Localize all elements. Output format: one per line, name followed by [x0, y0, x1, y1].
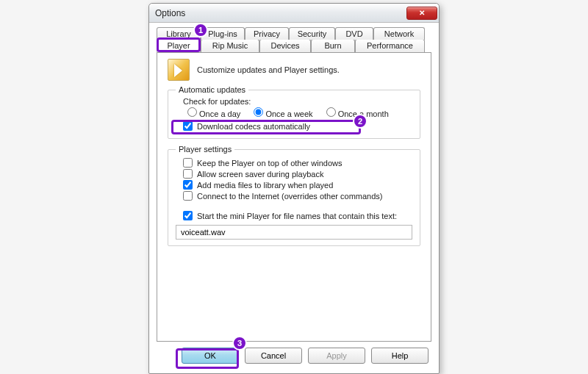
tab-page-player: Customize updates and Player settings. A… — [157, 52, 431, 342]
ok-button[interactable]: OK — [182, 348, 239, 364]
group-legend-updates: Automatic updates — [176, 85, 248, 94]
checkbox-label: Start the mini Player for file names tha… — [197, 212, 397, 220]
checkbox-add-to-library[interactable]: Add media files to library when played — [183, 180, 412, 190]
group-player-settings: Player settings Keep the Player on top o… — [168, 145, 420, 246]
checkbox-download-codecs[interactable]: Download codecs automatically — [183, 121, 412, 131]
help-button[interactable]: Help — [371, 348, 429, 364]
checkbox-mini-player-input[interactable] — [183, 211, 193, 220]
checkbox-label: Download codecs automatically — [197, 122, 310, 131]
checkbox-mini-player[interactable]: Start the mini Player for file names tha… — [183, 211, 412, 220]
radio-label: Once a day — [199, 109, 240, 118]
window-title: Options — [155, 8, 406, 18]
options-dialog: Options ✕ Library Plug-ins Privacy Secur… — [148, 3, 440, 374]
radio-once-a-week-input[interactable] — [254, 107, 263, 117]
checkbox-download-codecs-input[interactable] — [183, 121, 193, 131]
close-button[interactable]: ✕ — [406, 7, 437, 20]
tabs: Library Plug-ins Privacy Security DVD Ne… — [157, 27, 431, 342]
checkbox-connect-internet-input[interactable] — [183, 191, 193, 201]
checkbox-keep-on-top[interactable]: Keep the Player on top of other windows — [183, 158, 412, 168]
tab-plugins[interactable]: Plug-ins — [201, 27, 245, 40]
group-legend-player: Player settings — [176, 145, 234, 154]
checkbox-keep-on-top-input[interactable] — [183, 158, 193, 168]
dialog-buttons: OK Cancel Apply Help — [157, 342, 431, 367]
radio-once-a-day[interactable]: Once a day — [187, 107, 240, 118]
titlebar[interactable]: Options ✕ — [149, 4, 439, 23]
tab-performance[interactable]: Performance — [355, 39, 425, 52]
radio-label: Once a month — [338, 109, 389, 118]
tab-burn[interactable]: Burn — [311, 39, 355, 52]
wmp-icon — [168, 59, 190, 81]
radio-label: Once a week — [265, 109, 312, 118]
cancel-button[interactable]: Cancel — [245, 348, 302, 364]
radio-once-a-month[interactable]: Once a month — [326, 107, 389, 118]
checkbox-label: Allow screen saver during playback — [197, 170, 323, 179]
checkbox-label: Connect to the Internet (overrides other… — [197, 192, 383, 201]
checkbox-add-to-library-input[interactable] — [183, 180, 193, 190]
tab-rip-music[interactable]: Rip Music — [201, 39, 259, 52]
radio-once-a-day-input[interactable] — [187, 107, 197, 117]
tab-library[interactable]: Library — [157, 27, 201, 40]
checkbox-screensaver[interactable]: Allow screen saver during playback — [183, 169, 412, 179]
tab-privacy[interactable]: Privacy — [245, 27, 289, 40]
tab-player[interactable]: Player — [157, 39, 201, 52]
radio-once-a-month-input[interactable] — [326, 107, 336, 117]
checkbox-screensaver-input[interactable] — [183, 169, 193, 179]
tab-dvd[interactable]: DVD — [335, 27, 373, 40]
tab-devices[interactable]: Devices — [259, 39, 311, 52]
intro-text: Customize updates and Player settings. — [197, 65, 340, 74]
checkbox-connect-internet[interactable]: Connect to the Internet (overrides other… — [183, 191, 412, 201]
check-for-updates-label: Check for updates: — [183, 97, 412, 106]
apply-button[interactable]: Apply — [308, 348, 365, 364]
checkbox-label: Add media files to library when played — [197, 181, 333, 190]
checkbox-label: Keep the Player on top of other windows — [197, 159, 343, 168]
tab-security[interactable]: Security — [289, 27, 335, 40]
radio-once-a-week[interactable]: Once a week — [254, 107, 312, 118]
group-automatic-updates: Automatic updates Check for updates: Onc… — [168, 85, 420, 139]
tab-network[interactable]: Network — [373, 27, 425, 40]
mini-player-text-field[interactable] — [176, 225, 412, 240]
close-icon: ✕ — [419, 9, 425, 17]
